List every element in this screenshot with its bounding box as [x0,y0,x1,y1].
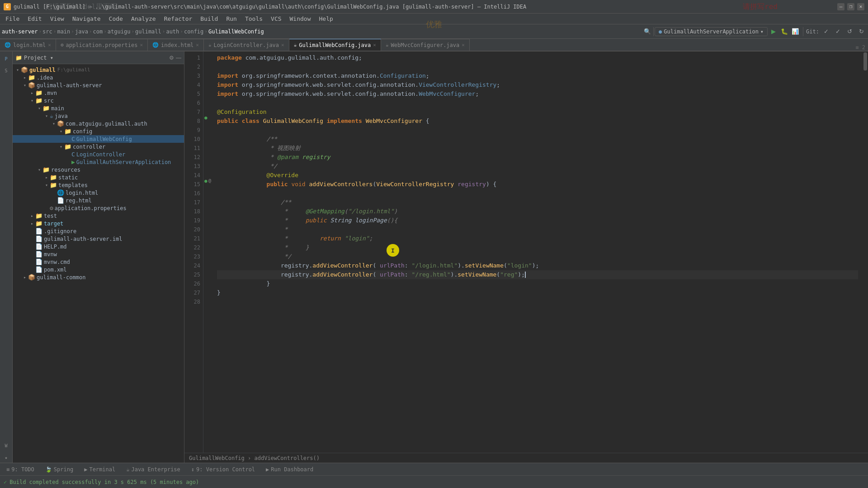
breadcrumb-main[interactable]: main [57,28,70,35]
tree-item-target[interactable]: ▸ 📁 target [13,220,184,227]
tree-item-reg-html[interactable]: 📄 reg.html [13,197,184,204]
project-title[interactable]: Project ▾ [24,55,53,61]
breadcrumb-java[interactable]: java [75,28,88,35]
breadcrumb-auth[interactable]: auth [166,28,179,35]
menu-item-tools[interactable]: Tools [241,14,266,23]
breadcrumb-auth-server[interactable]: auth-server [2,28,38,35]
tab-login-html[interactable]: 🌐 login.html ✕ [0,39,56,51]
bottom-tab-terminal[interactable]: ▶ Terminal [80,465,120,474]
menu-item-code[interactable]: Code [105,14,127,23]
git-pull-button[interactable]: ↻ [856,27,866,37]
favorites-tool-button[interactable]: ★ [1,452,12,463]
tab-index-html[interactable]: 🌐 index.html ✕ [148,39,204,51]
tab-login-controller[interactable]: ☕ LoginController.java ✕ [204,39,289,51]
tab-close-button[interactable]: ✕ [48,42,51,48]
bottom-tab-spring[interactable]: 🍃 Spring [41,465,78,474]
tab-close-button[interactable]: ✕ [196,42,199,48]
tab-close-button[interactable]: ✕ [373,42,376,48]
tree-item-iml[interactable]: 📄 gulimall-auth-server.iml [13,235,184,243]
tab-application-properties[interactable]: ⚙ application.properties ✕ [56,39,148,51]
tab-webmvcconfigurer[interactable]: ☕ WebMvcConfigurer.java ✕ [381,39,470,51]
git-update-button[interactable]: ✓ [821,27,831,37]
bookmark-icon[interactable]: @ [208,178,211,183]
run-config-dropdown[interactable]: ▾ [760,28,764,35]
tree-item-mvnw[interactable]: 📄 mvnw [13,250,184,258]
minimize-button[interactable]: — [837,3,844,10]
bottom-tab-todo[interactable]: ≡ 9: TODO [2,465,39,474]
breadcrumb-src[interactable]: src [42,28,52,35]
tab-close-button[interactable]: ✕ [140,42,143,48]
web-tool-button[interactable]: W [1,440,12,451]
tree-item-gitignore[interactable]: 📄 .gitignore [13,227,184,235]
tree-item-application-properties[interactable]: ⚙ application.properties [13,204,184,212]
menu-item-build[interactable]: Build [197,14,222,23]
code-line-6 [217,99,868,108]
tree-item-logincontroller[interactable]: C LoginController [13,150,184,158]
git-commit-button[interactable]: ✓ [833,27,843,37]
breadcrumb-config[interactable]: config [184,28,203,35]
tree-item-config[interactable]: ▾ 📁 config [13,127,184,135]
debug-button[interactable]: 🐛 [779,27,789,37]
breadcrumb-atguigu[interactable]: atguigu [108,28,131,35]
tree-item-application[interactable]: ▶ GulimallAuthServerApplication [13,158,184,166]
tab-overflow-button[interactable]: ≡ 2 [853,44,868,51]
menu-item-window[interactable]: Window [286,14,315,23]
menu-item-edit[interactable]: Edit [24,14,45,23]
tree-item-package[interactable]: ▾ 📦 com.atguigu.gulimall.auth [13,120,184,127]
tree-item-gulimall-common[interactable]: ▸ 📦 gulimall-common [13,273,184,281]
maximize-button[interactable]: ❐ [847,3,854,10]
tree-item-mvn[interactable]: ▸ 📁 .mvn [13,89,184,97]
tree-item-main[interactable]: ▾ 📁 main [13,104,184,112]
bottom-tab-run-dashboard[interactable]: ▶ Run Dashboard [261,465,318,474]
close-button[interactable]: ✕ [857,3,864,10]
tree-item-templates[interactable]: ▾ 📁 templates [13,181,184,189]
tree-item-static[interactable]: ▸ 📁 static [13,174,184,181]
sync-button[interactable]: ⚙ [169,55,174,61]
editor-area[interactable]: 1 2 3 4 5 6 7 8 9 10 11 12 13 14 15 16 1… [184,52,868,463]
git-push-button[interactable]: ↺ [844,27,854,37]
search-button[interactable]: 🔍 [642,27,652,37]
tab-gulimallwebconfig[interactable]: ☕ GulimallWebConfig.java ✕ [289,39,381,51]
tree-item-auth-server[interactable]: ▾ 📦 gulimall-auth-server [13,81,184,89]
run-gutter-icon[interactable]: ● [204,115,208,121]
tree-item-controller[interactable]: ▾ 📁 controller [13,143,184,150]
menu-item-analyze[interactable]: Analyze [127,14,160,23]
menu-item-refactor[interactable]: Refactor [160,14,196,23]
breadcrumb-gulimallwebconfig[interactable]: GulimallWebConfig [208,28,264,35]
tree-item-resources[interactable]: ▾ 📁 resources [13,166,184,174]
tree-item-gulimallwebconfig[interactable]: C GulimallWebConfig [13,135,184,143]
profile-button[interactable]: 📊 [790,27,800,37]
tree-item-helpmd[interactable]: 📄 HELP.md [13,243,184,250]
tree-item-test[interactable]: ▸ 📁 test [13,212,184,220]
bottom-tab-java-enterprise[interactable]: ☕ Java Enterprise [122,465,185,474]
structure-tool-button[interactable]: S [1,65,12,76]
bottom-tab-version-control[interactable]: ↕ 9: Version Control [187,465,259,474]
project-tool-button[interactable]: P [1,53,12,64]
menu-item-view[interactable]: View [47,14,68,23]
code-area[interactable]: package com.atguigu.gulimall.auth.config… [212,52,868,463]
tree-item-src[interactable]: ▾ 📁 src [13,97,184,104]
tab-close-button[interactable]: ✕ [462,42,465,48]
breadcrumb-gulimall[interactable]: gulimall [135,28,161,35]
breadcrumb-com[interactable]: com [93,28,103,35]
tree-item-java[interactable]: ▾ ☕ java [13,112,184,120]
run-config-selector[interactable]: ● GulimallAuthServerApplication ▾ [655,27,768,36]
md-icon: 📄 [35,243,42,250]
tree-arrow: ▾ [58,144,64,149]
scrollbar-thumb[interactable] [863,52,867,70]
menu-item-file[interactable]: File [2,14,23,23]
tree-item-login-html[interactable]: 🌐 login.html [13,189,184,197]
tab-close-button[interactable]: ✕ [281,42,284,48]
menu-item-run[interactable]: Run [222,14,240,23]
tree-item-gulimall[interactable]: ▾ 📦 gulimall F:\gulimall [13,66,184,74]
menu-item-navigate[interactable]: Navigate [69,14,104,23]
gutter-icon-15[interactable]: ● [204,178,208,184]
menu-item-vcs[interactable]: VCS [267,14,285,23]
scrollbar-track[interactable] [863,52,868,453]
menu-item-help[interactable]: Help [316,14,337,23]
tree-item-mvnwcmd[interactable]: 📄 mvnw.cmd [13,258,184,266]
tree-item-pomxml[interactable]: 📄 pom.xml [13,266,184,273]
tree-item-idea[interactable]: ▸ 📁 .idea [13,74,184,81]
run-button[interactable]: ▶ [769,27,778,37]
collapse-button[interactable]: — [176,55,181,61]
